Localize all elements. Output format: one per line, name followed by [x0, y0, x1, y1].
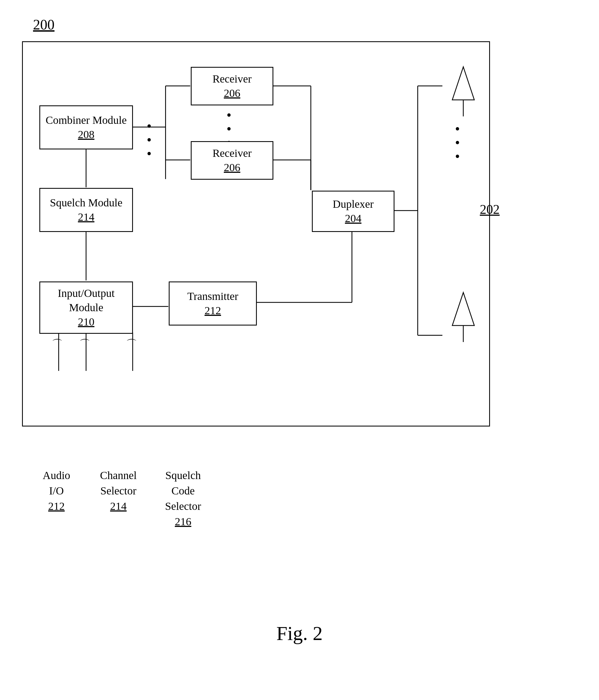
- page: 200: [0, 0, 599, 700]
- antenna-mid-dots: •••: [455, 122, 460, 163]
- io-num: 210: [78, 315, 94, 329]
- io-label: Input/Output: [58, 286, 115, 300]
- io-module-block: Input/Output Module 210: [39, 281, 133, 334]
- combiner-num: 208: [78, 127, 94, 142]
- squelch-code-num: 216: [153, 514, 213, 529]
- figure-ref-top: 200: [33, 17, 54, 33]
- antenna-bottom: [450, 290, 477, 346]
- audio-wavy-connector: ⌒: [52, 336, 63, 352]
- channel-selector-label: Channel Selector 214: [91, 468, 146, 514]
- squelch-code-text1: Squelch: [153, 468, 213, 483]
- channel-sel-text2: Selector: [91, 483, 146, 499]
- receiver2-block: Receiver 206: [191, 141, 273, 180]
- ref-202-label: 202: [480, 202, 500, 217]
- squelch-module-num: 214: [78, 210, 94, 224]
- figure-caption: Fig. 2: [277, 622, 322, 645]
- squelch-wavy-connector: ⌒: [126, 336, 137, 352]
- antenna-top: [450, 64, 477, 120]
- combiner-label: Combiner Module: [46, 113, 127, 127]
- audio-io-text2: I/O: [32, 483, 81, 499]
- diagram-outer-box: Combiner Module 208 Squelch Module 214 I…: [22, 41, 490, 426]
- receiver2-num: 206: [224, 160, 240, 175]
- audio-io-text1: Audio: [32, 468, 81, 483]
- transmitter-block: Transmitter 212: [169, 281, 257, 326]
- duplexer-label: Duplexer: [333, 197, 374, 211]
- squelch-code-text3: Selector: [153, 499, 213, 514]
- channel-sel-num: 214: [91, 499, 146, 514]
- squelch-module-label: Squelch Module: [50, 196, 122, 210]
- receiver1-num: 206: [224, 86, 240, 100]
- squelch-code-selector-label: Squelch Code Selector 216: [153, 468, 213, 529]
- receiver2-label: Receiver: [213, 146, 251, 160]
- audio-io-label: Audio I/O 212: [32, 468, 81, 514]
- squelch-module-block: Squelch Module 214: [39, 188, 133, 232]
- io-label2: Module: [69, 300, 103, 315]
- combiner-module-block: Combiner Module 208: [39, 105, 133, 149]
- audio-io-num: 212: [32, 499, 81, 514]
- transmitter-label: Transmitter: [187, 289, 238, 303]
- channel-sel-text1: Channel: [91, 468, 146, 483]
- svg-marker-21: [452, 67, 474, 100]
- transmitter-num: 212: [205, 303, 221, 318]
- combiner-dots: •••: [147, 119, 152, 160]
- svg-marker-23: [452, 293, 474, 326]
- squelch-code-text2: Code: [153, 483, 213, 499]
- channel-wavy-connector: ⌒: [79, 336, 90, 352]
- receiver1-label: Receiver: [213, 72, 251, 86]
- duplexer-num: 204: [345, 211, 361, 226]
- duplexer-block: Duplexer 204: [312, 191, 394, 232]
- receiver1-block: Receiver 206: [191, 67, 273, 105]
